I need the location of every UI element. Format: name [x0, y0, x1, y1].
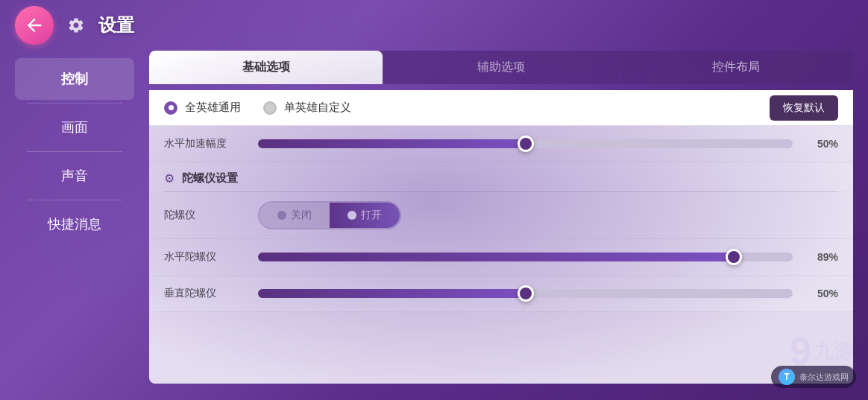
content-area: 基础选项 辅助选项 控件布局 全英雄通用 单英雄自定义	[149, 51, 853, 384]
vertical-gyro-fill	[258, 289, 526, 298]
sidebar: 控制 画面 声音 快捷消息	[15, 51, 134, 384]
back-button[interactable]	[15, 6, 54, 45]
niuyou-watermark: 9 九游	[790, 331, 853, 370]
sidebar-item-control[interactable]: 控制	[15, 58, 134, 100]
gyro-off-circle	[277, 211, 286, 220]
vertical-gyro-value: 50%	[805, 288, 838, 299]
gyro-toggle-row: 陀螺仪 关闭 打开	[149, 192, 853, 239]
tab-basic[interactable]: 基础选项	[149, 51, 383, 84]
horizontal-accel-track	[258, 139, 793, 148]
horizontal-gyro-value: 89%	[805, 251, 838, 263]
horizontal-accel-row: 水平加速幅度 50%	[149, 126, 853, 162]
tab-assist[interactable]: 辅助选项	[384, 51, 617, 84]
horizontal-gyro-track	[258, 253, 793, 261]
sidebar-item-display[interactable]: 画面	[15, 107, 134, 148]
settings-scroll-area[interactable]: 水平加速幅度 50% ⚙ 陀螺仪设置	[149, 126, 853, 384]
tairda-text: 泰尔达游戏网	[799, 372, 849, 383]
top-bar: 设置	[0, 0, 868, 51]
vertical-gyro-label: 垂直陀螺仪	[164, 287, 246, 300]
tab-bar: 基础选项 辅助选项 控件布局	[149, 51, 853, 84]
sidebar-item-shortcut[interactable]: 快捷消息	[15, 203, 134, 245]
vertical-gyro-thumb[interactable]	[518, 285, 534, 302]
vertical-gyro-track-wrap	[258, 286, 793, 301]
single-hero-radio[interactable]	[263, 101, 277, 115]
horizontal-accel-label: 水平加速幅度	[164, 137, 246, 150]
hero-mode-section: 全英雄通用 单英雄自定义 恢复默认	[149, 90, 853, 126]
horizontal-gyro-fill	[258, 253, 734, 261]
horizontal-accel-thumb[interactable]	[518, 136, 534, 152]
settings-panel: 全英雄通用 单英雄自定义 恢复默认 水平加速幅度	[149, 90, 853, 384]
page-title: 设置	[98, 13, 134, 37]
gyro-gear-icon: ⚙	[164, 171, 174, 185]
gyro-toggle-label: 陀螺仪	[164, 209, 246, 222]
sidebar-divider-1	[27, 103, 122, 104]
sidebar-item-sound[interactable]: 声音	[15, 155, 134, 197]
horizontal-gyro-track-wrap	[258, 250, 793, 264]
niuyou-chinese: 九游	[814, 338, 853, 364]
restore-default-button[interactable]: 恢复默认	[770, 95, 838, 121]
sidebar-divider-3	[27, 200, 122, 200]
horizontal-gyro-thumb[interactable]	[726, 249, 742, 265]
horizontal-gyro-row: 水平陀螺仪 89%	[149, 239, 853, 276]
all-hero-radio[interactable]	[164, 101, 177, 115]
gyro-toggle-switch[interactable]: 关闭 打开	[258, 201, 401, 229]
main-layout: 控制 画面 声音 快捷消息 基础选项 辅助选项 控件布局	[0, 51, 868, 399]
vertical-gyro-track	[258, 289, 793, 298]
settings-header-icon	[66, 15, 87, 36]
gyro-on-circle	[347, 211, 356, 220]
tairda-badge: T 泰尔达游戏网	[771, 366, 856, 388]
tab-layout[interactable]: 控件布局	[620, 51, 853, 84]
horizontal-accel-track-wrap	[258, 136, 793, 151]
back-arrow-icon	[24, 15, 45, 36]
gyro-on-option[interactable]: 打开	[330, 203, 400, 228]
tairda-icon: T	[779, 369, 795, 385]
gyro-section-header: ⚙ 陀螺仪设置	[149, 162, 853, 191]
niuyou-number: 9	[790, 331, 811, 370]
single-hero-option[interactable]: 单英雄自定义	[263, 101, 351, 115]
horizontal-accel-value: 50%	[805, 138, 838, 150]
gyro-section-title: 陀螺仪设置	[182, 171, 238, 185]
horizontal-gyro-label: 水平陀螺仪	[164, 250, 246, 264]
horizontal-accel-fill	[258, 139, 526, 148]
vertical-gyro-row: 垂直陀螺仪 50%	[149, 276, 853, 312]
sidebar-divider-2	[27, 151, 122, 152]
all-hero-option[interactable]: 全英雄通用	[164, 101, 241, 115]
gyro-off-option[interactable]: 关闭	[260, 203, 330, 228]
